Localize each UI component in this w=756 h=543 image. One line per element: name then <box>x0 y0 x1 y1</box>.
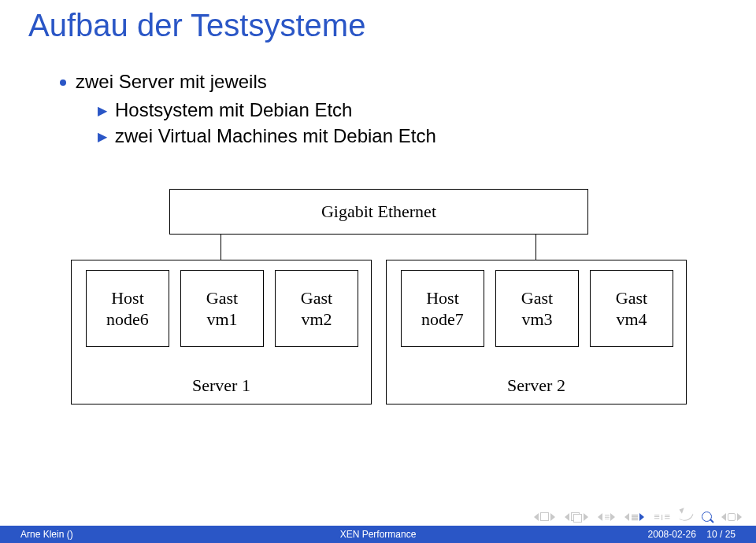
nav-next-icon[interactable] <box>610 513 615 521</box>
architecture-diagram: Gigabit Ethernet Host node6 Gast vm1 Gas… <box>63 189 693 421</box>
body-content: zwei Server mit jeweils ▶ Hostsystem mit… <box>60 69 436 149</box>
connector-line <box>220 233 221 260</box>
nav-prev-icon[interactable] <box>598 513 602 521</box>
footer-page: 10 / 25 <box>706 529 736 540</box>
bullet-text: zwei Server mit jeweils <box>76 69 267 94</box>
server-label: Server 1 <box>72 375 371 396</box>
nav-frame-group[interactable] <box>565 512 588 521</box>
nav-subsection-icon[interactable] <box>571 512 582 521</box>
server-2-box: Host node7 Gast vm3 Gast vm4 Server 2 <box>386 260 687 404</box>
nav-doc-group[interactable]: ≣ <box>624 512 644 523</box>
nav-prev-icon[interactable] <box>624 513 629 521</box>
slide: Aufbau der Testsysteme zwei Server mit j… <box>0 0 756 543</box>
nav-next-icon[interactable] <box>584 513 588 521</box>
host-node-box: Host node7 <box>401 270 484 347</box>
node-line2: node7 <box>402 308 484 331</box>
node-line2: node6 <box>87 308 169 331</box>
nav-prev-icon[interactable] <box>534 513 539 521</box>
connector-line <box>536 233 536 260</box>
triangle-icon: ▶ <box>98 128 107 146</box>
node-line1: Gast <box>496 287 578 309</box>
sub-bullet-text: Hostsystem mit Debian Etch <box>115 98 352 123</box>
guest-node-box: Gast vm1 <box>180 270 264 347</box>
nav-prev-icon[interactable] <box>721 513 726 521</box>
nav-search-icon[interactable] <box>702 512 712 522</box>
footer-date-page: 2008-02-26 10 / 25 <box>497 529 756 540</box>
server-1-box: Host node6 Gast vm1 Gast vm2 Server 1 <box>71 260 372 404</box>
guest-node-box: Gast vm3 <box>495 270 579 347</box>
node-line1: Host <box>87 287 169 309</box>
footer-title: XEN Performance <box>259 529 498 540</box>
nav-next-icon[interactable] <box>550 513 555 521</box>
nav-appendix-icon[interactable]: ≡ı≡ <box>654 511 671 523</box>
nav-section-icon[interactable]: ≡ <box>604 512 609 523</box>
sub-bullet-item: ▶ Hostsystem mit Debian Etch <box>98 98 436 123</box>
nav-section-group[interactable]: ≡ <box>598 512 615 523</box>
guest-node-box: Gast vm4 <box>590 270 673 347</box>
triangle-icon: ▶ <box>98 102 107 120</box>
footer-date: 2008-02-26 <box>648 529 696 540</box>
slide-title: Aufbau der Testsysteme <box>28 8 365 43</box>
footer-author: Arne Klein () <box>0 529 259 540</box>
node-line1: Gast <box>181 287 263 309</box>
host-node-box: Host node6 <box>86 270 169 347</box>
node-line1: Gast <box>276 287 358 309</box>
sub-bullet-item: ▶ zwei Virtual Machines mit Debian Etch <box>98 124 436 149</box>
node-line2: vm2 <box>276 308 358 331</box>
nav-next-icon[interactable] <box>737 513 742 521</box>
nav-frame-icon[interactable] <box>540 512 549 521</box>
nav-slide-group[interactable] <box>534 512 555 521</box>
nav-doc-icon[interactable]: ≣ <box>631 512 638 523</box>
sub-bullet-text: zwei Virtual Machines mit Debian Etch <box>115 124 436 149</box>
nav-next-icon[interactable] <box>639 513 644 521</box>
node-line2: vm1 <box>181 308 263 331</box>
nav-back-icon[interactable] <box>679 510 694 523</box>
footer-bar: Arne Klein () XEN Performance 2008-02-26… <box>0 526 756 543</box>
bullet-dot-icon <box>60 79 66 86</box>
nav-goto-icon[interactable] <box>728 513 736 521</box>
ethernet-bus-box: Gigabit Ethernet <box>169 189 588 235</box>
guest-node-box: Gast vm2 <box>275 270 358 347</box>
nav-goto-group[interactable] <box>721 513 742 521</box>
node-line2: vm4 <box>591 308 673 331</box>
server-label: Server 2 <box>387 375 686 396</box>
nav-prev-icon[interactable] <box>565 513 569 521</box>
bullet-item: zwei Server mit jeweils <box>60 69 436 94</box>
node-line1: Host <box>402 287 484 309</box>
node-line1: Gast <box>591 287 673 309</box>
node-line2: vm3 <box>496 308 578 331</box>
beamer-nav-symbols: ≡ ≣ ≡ı≡ <box>534 511 742 523</box>
